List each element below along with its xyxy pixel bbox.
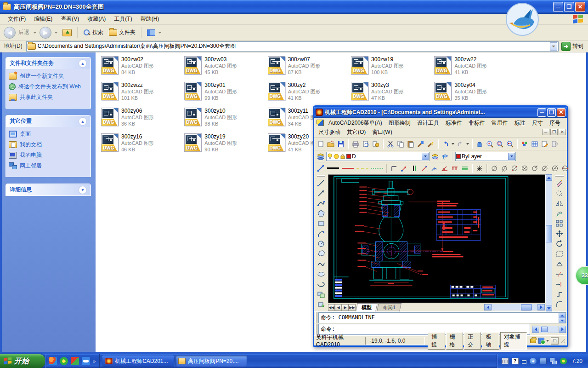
forward-button[interactable]: ▶ (40, 27, 51, 39)
cad-minimize-button[interactable]: ─ (537, 108, 546, 117)
details-panel-header[interactable]: 详细信息 ▼ (6, 184, 90, 196)
maximize-button[interactable]: ❐ (564, 2, 574, 12)
pan-icon[interactable] (475, 139, 484, 149)
canvas-hscrollbar[interactable] (484, 304, 545, 310)
cad-menu-item[interactable]: 图形绘制 (385, 118, 414, 128)
file-item[interactable]: DWG 300zy01AutoCAD 图形99 KB (183, 81, 265, 105)
redo-icon[interactable] (456, 139, 465, 149)
tasks-panel-header[interactable]: 文件和文件夹任务 ▲ (6, 58, 90, 69)
go-button[interactable]: ➜ 转到 (560, 42, 586, 51)
back-dropdown-icon[interactable] (33, 32, 37, 34)
place-link[interactable]: 桌面 (9, 131, 88, 138)
mdi-close-button[interactable]: ✕ (559, 129, 566, 135)
minimize-button[interactable]: ─ (553, 2, 563, 12)
file-item[interactable]: DWG 300zwzzAutoCAD 图形101 KB (100, 81, 182, 105)
new-file-icon[interactable] (316, 139, 325, 149)
pick-point-icon[interactable] (400, 164, 409, 173)
print-icon[interactable] (351, 139, 360, 149)
tab-next-button[interactable]: ▶ (342, 304, 349, 311)
cad-menu-item[interactable]: 其它(O) (344, 127, 369, 137)
command-grip[interactable] (315, 312, 317, 323)
arc-tool-icon[interactable] (316, 229, 326, 238)
zoom-window-icon[interactable] (495, 139, 504, 149)
cad-menu-item[interactable]: 窗口(W) (369, 127, 395, 137)
validate-icon[interactable] (538, 338, 544, 344)
file-item[interactable]: DWG 300zw02AutoCAD 图形84 KB (100, 55, 182, 79)
print-preview-icon[interactable] (361, 139, 370, 149)
network-tray-icon[interactable] (550, 358, 557, 364)
file-item[interactable]: DWG 300zy2AutoCAD 图形41 KB (267, 81, 349, 105)
diameter-tool-icon[interactable] (510, 164, 519, 173)
layout-tab[interactable]: 模型 (356, 303, 378, 311)
file-item[interactable]: DWG 300zw07AutoCAD 图形87 KB (267, 55, 349, 79)
file-item[interactable]: DWG 300zy04AutoCAD 图形35 KB (433, 81, 515, 105)
antivirus-tray-icon[interactable] (560, 358, 567, 364)
corner-icon[interactable] (390, 164, 399, 173)
place-link[interactable]: 网上邻居 (9, 162, 88, 169)
status-toggle-button[interactable]: 极轴 (482, 332, 499, 350)
palette-grip[interactable] (555, 175, 564, 177)
multiline-icon[interactable] (460, 164, 469, 173)
extend-tool-icon[interactable] (554, 279, 565, 289)
zoom-realtime-icon[interactable] (485, 139, 494, 149)
explorer-menu-item[interactable]: 文件(F) (4, 14, 30, 24)
quick-launch-icon-1[interactable] (49, 357, 57, 365)
rectangle-tool-icon[interactable] (316, 218, 326, 228)
layer-previous-icon[interactable] (441, 152, 450, 161)
cad-menu-item[interactable]: 序号 (546, 118, 564, 128)
expand-chevron-icon[interactable]: ▼ (79, 186, 87, 194)
status-toggle-button[interactable]: 栅格 (446, 332, 463, 350)
ellipse-arc-tool-icon[interactable] (316, 279, 326, 289)
cad-menu-item[interactable]: AutoCAD2006菜单(A) (325, 118, 385, 128)
address-dropdown-button[interactable] (550, 42, 557, 51)
diameter-tool-icon[interactable] (520, 164, 529, 173)
copy-tool-icon[interactable] (554, 188, 565, 198)
cad-menu-item[interactable]: 设计工具 (414, 118, 442, 128)
line-icon[interactable] (316, 164, 325, 173)
insert-block-tool-icon[interactable] (316, 289, 326, 299)
forward-dropdown-icon[interactable] (54, 32, 58, 34)
angle-icon[interactable] (440, 164, 449, 173)
file-item[interactable]: DWG 300zw03AutoCAD 图形45 KB (183, 55, 265, 79)
polyline-arrow-icon[interactable] (430, 164, 439, 173)
status-dropdown-icon[interactable] (546, 340, 549, 342)
back-button[interactable]: ◀ (4, 27, 16, 39)
zoom-previous-icon[interactable] (505, 139, 514, 149)
cad-menu-item[interactable]: 尺寸 (529, 118, 546, 128)
point-star-icon[interactable] (475, 164, 484, 173)
hatch-icon[interactable] (450, 164, 459, 173)
redo-dropdown-icon[interactable] (466, 143, 469, 145)
resize-grip[interactable] (561, 339, 565, 343)
diameter-tool-icon[interactable] (500, 164, 509, 173)
collapse-chevron-icon[interactable]: ▲ (79, 117, 87, 126)
mdi-restore-button[interactable]: ❐ (550, 129, 558, 135)
linetype-dashed-icon[interactable] (356, 168, 368, 169)
cad-canvas[interactable] (328, 174, 546, 303)
clock[interactable]: 7:20 (572, 358, 582, 364)
cad-menu-item[interactable]: 尺寸驱动 (315, 127, 344, 137)
move-tool-icon[interactable] (554, 229, 565, 238)
explorer-menu-item[interactable]: 收藏(A) (83, 14, 110, 24)
paste-icon[interactable] (406, 139, 415, 149)
format-brush-icon[interactable] (426, 139, 435, 149)
quick-launch-icon-4[interactable] (82, 357, 90, 365)
up-button[interactable] (61, 28, 74, 37)
file-item[interactable]: DWG 300zy10AutoCAD 图形38 KB (183, 107, 265, 131)
save-icon[interactable] (336, 139, 345, 149)
status-toggle-button[interactable]: 捕捉 (428, 332, 445, 350)
tab-prev-button[interactable]: ◀ (335, 304, 342, 311)
scroll-up-icon[interactable] (546, 174, 552, 181)
circle-tool-icon[interactable] (316, 239, 326, 248)
vscroll-thumb[interactable] (546, 225, 552, 242)
language-tray-icon[interactable]: ◄ (530, 358, 537, 364)
palette-grip[interactable] (317, 175, 325, 177)
scroll-left-icon[interactable] (484, 304, 492, 310)
place-link[interactable]: 我的电脑 (9, 152, 88, 159)
task-link[interactable]: 创建一个新文件夹 (9, 73, 88, 80)
layer-manager-icon[interactable] (430, 152, 440, 161)
explorer-menu-item[interactable]: 帮助(H) (136, 14, 164, 24)
matchprop-icon[interactable] (416, 139, 425, 149)
file-item[interactable]: DWG 300zy06AutoCAD 图形36 KB (100, 107, 182, 131)
task-link[interactable]: 将这个文件夹发布到 Web (9, 83, 88, 90)
diameter-tool-icon[interactable] (550, 164, 560, 173)
